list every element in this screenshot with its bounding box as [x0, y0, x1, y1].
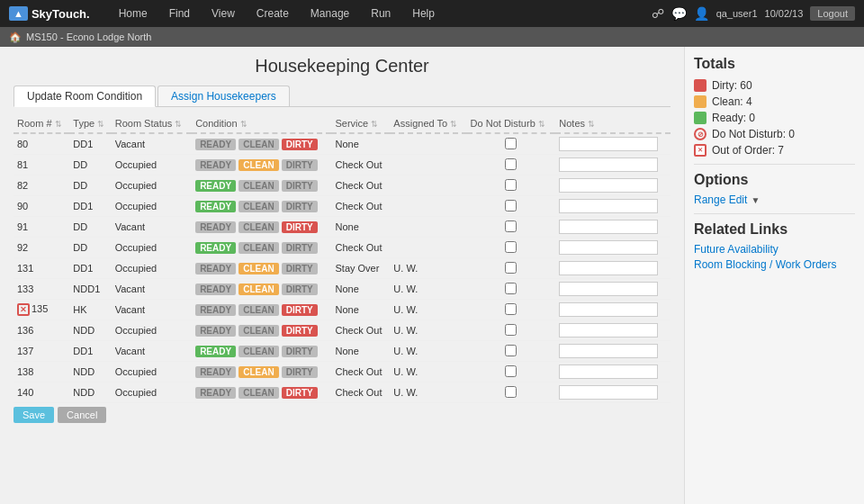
- tab-update-room-condition[interactable]: Update Room Condition: [14, 86, 156, 107]
- clean-badge[interactable]: CLEAN: [238, 221, 278, 233]
- logout-button[interactable]: Logout: [810, 6, 855, 21]
- ready-badge[interactable]: READY: [195, 139, 236, 150]
- clean-badge[interactable]: CLEAN: [238, 325, 278, 337]
- dirty-badge[interactable]: DIRTY: [282, 304, 318, 316]
- cancel-button[interactable]: Cancel: [58, 407, 106, 423]
- ready-badge[interactable]: READY: [195, 366, 236, 378]
- clean-badge[interactable]: CLEAN: [238, 263, 278, 274]
- ready-badge[interactable]: READY: [195, 201, 236, 212]
- dirty-badge[interactable]: DIRTY: [282, 201, 318, 212]
- dnd-checkbox[interactable]: [505, 220, 517, 232]
- nav-help[interactable]: Help: [401, 0, 446, 27]
- nav-create[interactable]: Create: [246, 0, 300, 27]
- nav-home[interactable]: Home: [108, 0, 158, 27]
- notes-input[interactable]: [559, 344, 658, 358]
- dnd-checkbox[interactable]: [505, 345, 517, 356]
- notes-input[interactable]: [559, 302, 658, 317]
- dnd-checkbox[interactable]: [505, 158, 517, 170]
- brand-name: SkyTouch.: [32, 7, 90, 21]
- notes-input[interactable]: [559, 199, 658, 213]
- ready-badge[interactable]: READY: [195, 304, 236, 316]
- ready-count: Ready: 0: [712, 112, 755, 124]
- notes-input[interactable]: [559, 385, 658, 400]
- dirty-badge[interactable]: DIRTY: [282, 284, 318, 295]
- dnd-checkbox[interactable]: [505, 324, 517, 336]
- cell-service: Stay Over: [331, 258, 390, 279]
- notes-input[interactable]: [559, 282, 658, 296]
- cell-room: 136: [14, 320, 69, 341]
- dirty-badge[interactable]: DIRTY: [282, 346, 318, 357]
- dirty-badge[interactable]: DIRTY: [282, 325, 318, 337]
- dnd-checkbox[interactable]: [505, 241, 517, 253]
- nav-run[interactable]: Run: [360, 0, 401, 27]
- dirty-badge[interactable]: DIRTY: [282, 366, 318, 378]
- range-edit-button[interactable]: Range Edit ▼: [694, 194, 855, 206]
- ready-badge[interactable]: READY: [195, 180, 236, 192]
- cell-room: 91: [14, 217, 69, 238]
- notes-input[interactable]: [559, 261, 658, 275]
- nav-view[interactable]: View: [201, 0, 246, 27]
- clean-badge[interactable]: CLEAN: [238, 366, 278, 378]
- notes-input[interactable]: [559, 178, 658, 193]
- dirty-badge[interactable]: DIRTY: [282, 242, 318, 254]
- room-table-container: Room # ⇅ Type ⇅ Room Status ⇅ Condition …: [14, 114, 670, 482]
- clean-badge[interactable]: CLEAN: [238, 159, 278, 171]
- nav-find[interactable]: Find: [158, 0, 201, 27]
- clean-badge[interactable]: CLEAN: [238, 284, 278, 295]
- property-name: MS150 - Econo Lodge North: [26, 32, 151, 42]
- table-row: 138NDDOccupiedREADY CLEAN DIRTYCheck Out…: [14, 362, 670, 382]
- cell-service: Check Out: [331, 382, 390, 403]
- dirty-badge[interactable]: DIRTY: [282, 221, 318, 233]
- nav-manage[interactable]: Manage: [300, 0, 360, 27]
- notes-input[interactable]: [559, 158, 658, 172]
- clean-badge[interactable]: CLEAN: [238, 242, 278, 254]
- clean-badge[interactable]: CLEAN: [238, 346, 278, 357]
- ready-badge[interactable]: READY: [195, 242, 236, 254]
- chat-icon[interactable]: 💬: [671, 6, 687, 21]
- dirty-badge[interactable]: DIRTY: [282, 263, 318, 274]
- dirty-badge[interactable]: DIRTY: [282, 159, 318, 171]
- cell-type: DD1: [69, 133, 111, 155]
- dirty-badge[interactable]: DIRTY: [282, 387, 318, 399]
- dirty-badge[interactable]: DIRTY: [282, 139, 318, 150]
- notes-input[interactable]: [559, 137, 658, 151]
- dirty-badge[interactable]: DIRTY: [282, 180, 318, 192]
- future-availability-link[interactable]: Future Availability: [694, 243, 855, 256]
- dnd-checkbox[interactable]: [505, 262, 517, 274]
- cell-notes: [555, 300, 670, 320]
- clean-badge[interactable]: CLEAN: [238, 304, 278, 316]
- dnd-checkbox[interactable]: [505, 303, 517, 315]
- clean-badge[interactable]: CLEAN: [238, 180, 278, 192]
- clean-badge[interactable]: CLEAN: [238, 201, 278, 212]
- cell-service: None: [331, 341, 390, 362]
- dnd-checkbox[interactable]: [505, 200, 517, 212]
- messages-icon[interactable]: ☍: [652, 6, 664, 21]
- notes-input[interactable]: [559, 240, 658, 255]
- cell-room: 81: [14, 155, 69, 176]
- table-row: 90DD1OccupiedREADY CLEAN DIRTYCheck Out: [14, 196, 670, 217]
- dnd-checkbox[interactable]: [505, 386, 517, 398]
- ready-badge[interactable]: READY: [195, 284, 236, 295]
- dnd-checkbox[interactable]: [505, 365, 517, 377]
- notes-input[interactable]: [559, 364, 658, 379]
- dnd-checkbox[interactable]: [505, 138, 517, 149]
- notes-input[interactable]: [559, 220, 658, 234]
- brand-logo[interactable]: ▲ SkyTouch.: [9, 6, 90, 21]
- ready-badge[interactable]: READY: [195, 263, 236, 274]
- clean-badge[interactable]: CLEAN: [238, 387, 278, 399]
- notes-input[interactable]: [559, 323, 658, 338]
- user-icon: 👤: [694, 6, 709, 21]
- cell-dnd: [467, 176, 556, 196]
- dnd-checkbox[interactable]: [505, 179, 517, 191]
- cell-condition: READY CLEAN DIRTY: [192, 341, 331, 362]
- room-blocking-link[interactable]: Room Blocking / Work Orders: [694, 258, 855, 271]
- dnd-checkbox[interactable]: [505, 283, 517, 294]
- ready-badge[interactable]: READY: [195, 346, 236, 357]
- save-button[interactable]: Save: [14, 407, 54, 423]
- ready-badge[interactable]: READY: [195, 325, 236, 337]
- tab-assign-housekeepers[interactable]: Assign Housekeepers: [158, 86, 290, 106]
- clean-badge[interactable]: CLEAN: [238, 139, 278, 150]
- ready-badge[interactable]: READY: [195, 387, 236, 399]
- ready-badge[interactable]: READY: [195, 221, 236, 233]
- ready-badge[interactable]: READY: [195, 159, 236, 171]
